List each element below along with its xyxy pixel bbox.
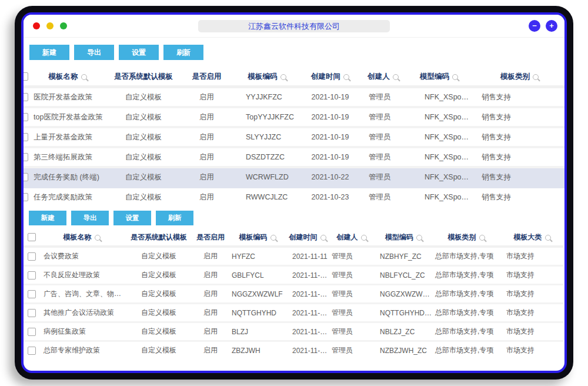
export-button[interactable]: 导出 (74, 45, 114, 60)
row-checkbox[interactable] (28, 290, 36, 298)
templates-table-bottom: 模板名称是否系统默认模板是否启用模板编码创建时间创建人模型编码模板类别模板大类会… (24, 229, 563, 359)
select-all-checkbox[interactable] (28, 233, 36, 241)
column-header: 模板大类 (501, 229, 563, 247)
search-icon[interactable] (361, 235, 367, 241)
row-checkbox[interactable] (21, 113, 28, 121)
table-row[interactable]: 病例征集政策自定义模板启用BLZJ2021-11-15管理员NBLZJ_ZC总部… (24, 322, 563, 341)
cell: 启用 (182, 147, 232, 167)
cell: NFK_XSpolicy3 (408, 167, 470, 187)
row-checkbox[interactable] (28, 347, 36, 355)
cell: top医院开发基金政策 (30, 107, 105, 127)
cell: 管理员 (328, 341, 376, 360)
cell: 总部市场支持,专项 (432, 322, 501, 341)
table-row[interactable]: 其他推广会议活动政策自定义模板启用NQTTGHYHD2021-11-15管理员N… (24, 304, 563, 322)
collapse-circle-button[interactable]: − (529, 20, 540, 32)
cell: NFK_XSpolicy1 (408, 107, 470, 127)
fullscreen-button[interactable] (60, 22, 67, 29)
column-header: 是否启用 (193, 229, 228, 247)
settings-button[interactable]: 设置 (119, 45, 159, 60)
search-icon[interactable] (416, 235, 422, 241)
cell: 市场支持 (501, 322, 563, 341)
cell: 不良反应处理政策 (39, 266, 124, 285)
cell: 自定义模板 (105, 167, 182, 187)
row-checkbox[interactable] (28, 309, 36, 317)
cell: NQTTGHYHD (228, 304, 288, 322)
table-row[interactable]: 上量开发基金政策自定义模板启用SLYYJJZC2021-10-19管理员NFK_… (21, 127, 567, 147)
table-row[interactable]: 任务完成奖励政策自定义模板启用RWWCJLZC2021-10-23管理员NFK_… (21, 187, 567, 206)
column-header-label: 模板名称 (49, 72, 78, 81)
search-icon[interactable] (81, 74, 87, 80)
table-row[interactable]: top医院开发基金政策自定义模板启用TopYYJJKFZC2021-10-19管… (21, 107, 567, 127)
cell: RWWCJLZC (232, 187, 302, 206)
expand-circle-button[interactable]: + (546, 20, 557, 32)
cell: 总部市场支持,专项 (432, 304, 501, 322)
table-row[interactable]: 总部专家维护政策自定义模板启用ZBZJWH2021-11-15管理员NZBZJW… (24, 341, 563, 360)
table-row[interactable]: 广告、咨询、文章、物料...自定义模板启用NGGZXWZWLF2021-11-1… (24, 285, 563, 304)
table-row[interactable]: 不良反应处理政策自定义模板启用GBLFYCL2021-11-15管理员NBLFY… (24, 266, 563, 285)
cell: 任务完成奖励政策 (30, 187, 105, 206)
row-checkbox[interactable] (28, 271, 36, 279)
templates-table-bottom-wrap: 模板名称是否系统默认模板是否启用模板编码创建时间创建人模型编码模板类别模板大类会… (24, 229, 564, 359)
table-row[interactable]: 会议费政策自定义模板启用HYFZC2021-11-11管理员NZBHYF_ZC总… (24, 247, 563, 266)
row-checkbox[interactable] (21, 93, 28, 101)
cell: 2021-11-15 (288, 341, 328, 360)
row-checkbox[interactable] (21, 193, 28, 201)
cell: 启用 (193, 247, 228, 266)
column-header: 模板名称 (30, 68, 105, 87)
row-checkbox[interactable] (21, 153, 28, 161)
column-header: 模板类别 (432, 229, 501, 247)
row-checkbox[interactable] (21, 133, 28, 141)
refresh-button[interactable]: 刷新 (156, 211, 193, 225)
cell: HYFZC (228, 247, 288, 266)
cell: 管理员 (358, 127, 408, 147)
table-row[interactable]: 医院开发基金政策自定义模板启用YYJJKFZC2021-10-19管理员NFK_… (21, 87, 567, 108)
cell: 自定义模板 (105, 107, 182, 127)
cell: 其他推广会议活动政策 (39, 304, 124, 322)
cell: 病例征集政策 (39, 322, 124, 341)
table-row[interactable]: 完成任务奖励 (终端)自定义模板启用WCRWFLZD2021-10-22管理员N… (21, 167, 567, 187)
templates-table-top-wrap: 模板名称是否系统默认模板是否启用模板编码创建时间创建人模型编码模板类别医院开发基… (24, 68, 564, 206)
new-button[interactable]: 新建 (29, 211, 66, 225)
cell: 启用 (182, 127, 232, 147)
titlebar: 江苏鑫云软件科技有限公司 − + (24, 15, 564, 38)
cell: NGGZXWZWLF (228, 285, 288, 304)
search-icon[interactable] (95, 235, 101, 241)
search-icon[interactable] (545, 235, 551, 241)
settings-button[interactable]: 设置 (113, 211, 151, 225)
new-button[interactable]: 新建 (29, 45, 69, 60)
close-button[interactable] (33, 22, 40, 29)
cell: NFK_XSpolicy (408, 87, 470, 108)
cell: NZBHYF_ZC (376, 247, 432, 266)
cell: 管理员 (328, 247, 376, 266)
traffic-lights (33, 15, 74, 37)
search-icon[interactable] (320, 235, 326, 241)
header-row: 模板名称是否系统默认模板是否启用模板编码创建时间创建人模型编码模板类别 (21, 68, 567, 87)
cell: 自定义模板 (105, 87, 182, 108)
minimize-button[interactable] (46, 22, 54, 29)
cell: 管理员 (328, 285, 376, 304)
search-icon[interactable] (393, 74, 399, 80)
row-checkbox[interactable] (28, 252, 36, 261)
export-button[interactable]: 导出 (71, 211, 109, 225)
cell: 启用 (182, 107, 232, 127)
cell: 2021-11-15 (288, 322, 328, 341)
cell: 销售支持 (470, 127, 567, 147)
search-icon[interactable] (533, 74, 539, 80)
select-all-checkbox[interactable] (21, 72, 28, 81)
search-icon[interactable] (270, 235, 276, 241)
refresh-button[interactable]: 刷新 (163, 45, 203, 60)
cell: 2021-11-15 (288, 285, 328, 304)
cell: NFK_XSpolicy4 (408, 187, 470, 206)
search-icon[interactable] (343, 74, 349, 80)
table-row[interactable]: 第三终端拓展政策自定义模板启用DSZDTZZC2021-10-19管理员NFK_… (21, 147, 567, 167)
cell: 销售支持 (470, 87, 567, 108)
column-header-label: 是否系统默认模板 (131, 233, 187, 241)
search-icon[interactable] (280, 74, 286, 80)
templates-table-top: 模板名称是否系统默认模板是否启用模板编码创建时间创建人模型编码模板类别医院开发基… (21, 68, 567, 206)
row-checkbox[interactable] (28, 328, 36, 336)
cell: NGGZXWZWLF_... (376, 285, 432, 304)
row-checkbox[interactable] (21, 173, 28, 181)
search-icon[interactable] (479, 235, 485, 241)
search-icon[interactable] (452, 74, 458, 80)
cell: 管理员 (358, 107, 408, 127)
